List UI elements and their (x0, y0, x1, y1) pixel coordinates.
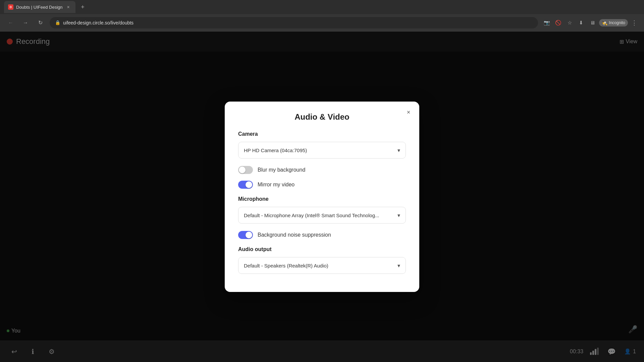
blur-toggle-row: Blur my background (238, 166, 406, 174)
camera-section-label: Camera (238, 131, 406, 137)
toolbar-icons: 📷 🚫 ☆ ⬇ 🖥 🕵 Incognito ⋮ (542, 18, 639, 28)
microphone-dropdown-text: Default - Microphone Array (Intel® Smart… (244, 213, 379, 218)
camera-dropdown-arrow: ▾ (397, 147, 400, 154)
mirror-toggle-row: Mirror my video (238, 181, 406, 189)
new-tab-button[interactable]: + (78, 2, 88, 12)
noise-toggle[interactable] (238, 231, 253, 239)
address-bar[interactable]: 🔒 uifeed-design.circle.so/live/doubts (50, 17, 538, 28)
tab-close-button[interactable]: × (65, 4, 71, 10)
noise-toggle-knob (246, 232, 252, 238)
tab-favicon: D (8, 4, 13, 10)
modal-close-button[interactable]: × (403, 107, 414, 118)
back-button[interactable]: ← (5, 17, 16, 28)
download-icon[interactable]: ⬇ (576, 18, 586, 27)
audio-output-dropdown[interactable]: Default - Speakers (Realtek(R) Audio) ▾ (238, 257, 406, 274)
camera-dropdown-text: HP HD Camera (04ca:7095) (244, 147, 307, 153)
incognito-badge[interactable]: 🕵 Incognito (599, 19, 628, 26)
lock-icon: 🔒 (55, 20, 60, 25)
modal-title: Audio & Video (238, 112, 406, 122)
noise-toggle-label: Background noise suppression (258, 232, 331, 238)
app-content: Recording ⊞ View You 🎤 ↩ ℹ ⚙ (0, 32, 644, 362)
reload-button[interactable]: ↻ (35, 17, 46, 28)
audio-output-dropdown-text: Default - Speakers (Realtek(R) Audio) (244, 263, 328, 268)
mirror-toggle-label: Mirror my video (258, 182, 294, 188)
camera-toolbar-icon[interactable]: 📷 (542, 18, 551, 27)
browser-frame: D Doubts | UIFeed Design × + ← → ↻ 🔒 uif… (0, 0, 644, 362)
blur-toggle-knob (239, 167, 246, 173)
browser-toolbar: ← → ↻ 🔒 uifeed-design.circle.so/live/dou… (0, 14, 644, 32)
camera-dropdown[interactable]: HP HD Camera (04ca:7095) ▾ (238, 142, 406, 159)
mirror-toggle-knob (246, 181, 252, 188)
audio-output-section-label: Audio output (238, 246, 406, 252)
screen-icon[interactable]: 🖥 (588, 18, 597, 27)
star-icon[interactable]: ☆ (565, 18, 574, 27)
microphone-section-label: Microphone (238, 196, 406, 202)
tab-title: Doubts | UIFeed Design (16, 5, 63, 10)
camera-off-toolbar-icon[interactable]: 🚫 (553, 18, 563, 27)
audio-video-modal: × Audio & Video Camera HP HD Camera (04c… (225, 102, 419, 292)
microphone-dropdown[interactable]: Default - Microphone Array (Intel® Smart… (238, 207, 406, 224)
browser-titlebar: D Doubts | UIFeed Design × + (0, 0, 644, 14)
blur-toggle[interactable] (238, 166, 253, 174)
url-text: uifeed-design.circle.so/live/doubts (63, 20, 533, 25)
mirror-toggle[interactable] (238, 181, 253, 189)
browser-menu-button[interactable]: ⋮ (630, 18, 639, 28)
noise-toggle-row: Background noise suppression (238, 231, 406, 239)
blur-toggle-label: Blur my background (258, 167, 305, 173)
incognito-label: Incognito (609, 20, 625, 25)
forward-button[interactable]: → (20, 17, 31, 28)
modal-overlay[interactable]: × Audio & Video Camera HP HD Camera (04c… (0, 32, 644, 362)
audio-output-dropdown-arrow: ▾ (397, 262, 400, 269)
browser-tab[interactable]: D Doubts | UIFeed Design × (4, 1, 75, 13)
microphone-dropdown-arrow: ▾ (397, 212, 400, 219)
